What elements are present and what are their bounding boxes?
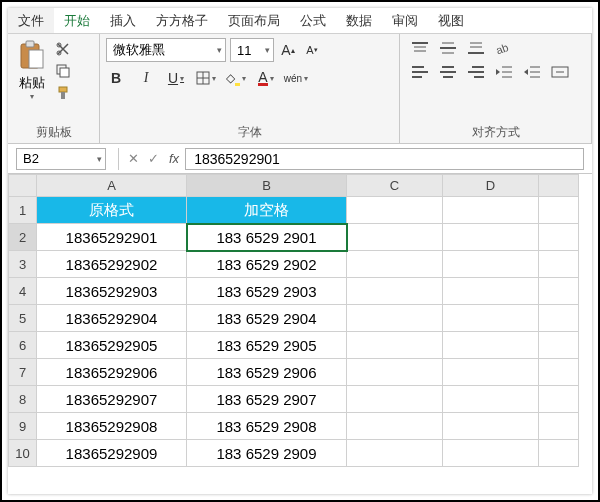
align-middle-button[interactable]	[438, 40, 458, 56]
cell[interactable]	[347, 197, 443, 224]
cell[interactable]	[539, 278, 579, 305]
formula-bar[interactable]: 18365292901	[185, 148, 584, 170]
cell[interactable]: 18365292908	[37, 413, 187, 440]
cell[interactable]	[539, 332, 579, 359]
underline-button[interactable]: U	[166, 68, 186, 88]
cell[interactable]: 18365292909	[37, 440, 187, 467]
cell[interactable]: 183 6529 2909	[187, 440, 347, 467]
cell[interactable]: 加空格	[187, 197, 347, 224]
decrease-font-button[interactable]: A▾	[302, 40, 322, 60]
row-header[interactable]: 4	[9, 278, 37, 305]
col-header-d[interactable]: D	[443, 175, 539, 197]
col-header-a[interactable]: A	[37, 175, 187, 197]
cell[interactable]: 18365292904	[37, 305, 187, 332]
align-left-button[interactable]	[410, 64, 430, 80]
cell[interactable]: 183 6529 2905	[187, 332, 347, 359]
tab-home[interactable]: 开始	[54, 8, 100, 33]
tab-file[interactable]: 文件	[8, 8, 54, 33]
border-button[interactable]	[196, 68, 216, 88]
cell[interactable]	[347, 305, 443, 332]
tab-ffgz[interactable]: 方方格子	[146, 8, 218, 33]
cell[interactable]	[539, 224, 579, 251]
cell[interactable]: 183 6529 2904	[187, 305, 347, 332]
tab-review[interactable]: 审阅	[382, 8, 428, 33]
cell[interactable]	[443, 224, 539, 251]
cell[interactable]: 183 6529 2903	[187, 278, 347, 305]
cell[interactable]: 183 6529 2907	[187, 386, 347, 413]
cell[interactable]	[443, 305, 539, 332]
cell[interactable]	[347, 440, 443, 467]
tab-pagelayout[interactable]: 页面布局	[218, 8, 290, 33]
worksheet-grid[interactable]: A B C D 1 原格式 加空格 2 18365292901 183 6529…	[8, 174, 592, 494]
cell[interactable]: 18365292902	[37, 251, 187, 278]
font-size-select[interactable]: 11 ▾	[230, 38, 274, 62]
merge-button[interactable]	[550, 64, 570, 80]
enter-fx-button[interactable]: ✓	[143, 151, 163, 166]
select-all-corner[interactable]	[9, 175, 37, 197]
cell[interactable]: 18365292905	[37, 332, 187, 359]
row-header[interactable]: 8	[9, 386, 37, 413]
align-right-button[interactable]	[466, 64, 486, 80]
cell[interactable]	[347, 224, 443, 251]
cell[interactable]	[347, 251, 443, 278]
cell[interactable]: 183 6529 2906	[187, 359, 347, 386]
phonetic-button[interactable]: wén	[286, 68, 306, 88]
cell[interactable]	[539, 197, 579, 224]
font-color-button[interactable]: A	[256, 68, 276, 88]
cell[interactable]	[443, 197, 539, 224]
row-header[interactable]: 9	[9, 413, 37, 440]
col-header-e[interactable]	[539, 175, 579, 197]
cell[interactable]	[539, 413, 579, 440]
align-top-button[interactable]	[410, 40, 430, 56]
cell-active[interactable]: 183 6529 2901	[187, 224, 347, 251]
cell[interactable]	[347, 278, 443, 305]
row-header[interactable]: 10	[9, 440, 37, 467]
cell[interactable]	[539, 251, 579, 278]
tab-view[interactable]: 视图	[428, 8, 474, 33]
row-header[interactable]: 3	[9, 251, 37, 278]
copy-button[interactable]	[54, 62, 72, 80]
name-box[interactable]: B2 ▾	[16, 148, 106, 170]
cell[interactable]: 18365292906	[37, 359, 187, 386]
cell[interactable]	[443, 413, 539, 440]
cell[interactable]	[347, 332, 443, 359]
cell[interactable]: 183 6529 2908	[187, 413, 347, 440]
row-header[interactable]: 5	[9, 305, 37, 332]
row-header[interactable]: 1	[9, 197, 37, 224]
tab-formulas[interactable]: 公式	[290, 8, 336, 33]
cell[interactable]	[539, 440, 579, 467]
row-header[interactable]: 7	[9, 359, 37, 386]
cell[interactable]	[347, 413, 443, 440]
cell[interactable]	[443, 251, 539, 278]
align-bottom-button[interactable]	[466, 40, 486, 56]
row-header[interactable]: 2	[9, 224, 37, 251]
cell[interactable]	[539, 305, 579, 332]
cut-button[interactable]	[54, 40, 72, 58]
decrease-indent-button[interactable]	[494, 64, 514, 80]
increase-indent-button[interactable]	[522, 64, 542, 80]
paste-button[interactable]: 粘贴 ▾	[14, 38, 50, 103]
cancel-fx-button[interactable]: ✕	[123, 151, 143, 166]
bold-button[interactable]: B	[106, 68, 126, 88]
cell[interactable]	[443, 332, 539, 359]
cell[interactable]: 18365292901	[37, 224, 187, 251]
cell[interactable]: 18365292907	[37, 386, 187, 413]
cell[interactable]	[443, 359, 539, 386]
cell[interactable]	[347, 359, 443, 386]
tab-data[interactable]: 数据	[336, 8, 382, 33]
italic-button[interactable]: I	[136, 68, 156, 88]
cell[interactable]	[347, 386, 443, 413]
cell[interactable]	[539, 386, 579, 413]
tab-insert[interactable]: 插入	[100, 8, 146, 33]
increase-font-button[interactable]: A▴	[278, 40, 298, 60]
fx-icon[interactable]: fx	[163, 151, 185, 166]
cell[interactable]	[539, 359, 579, 386]
col-header-b[interactable]: B	[187, 175, 347, 197]
cell[interactable]: 18365292903	[37, 278, 187, 305]
row-header[interactable]: 6	[9, 332, 37, 359]
cell[interactable]: 原格式	[37, 197, 187, 224]
cell[interactable]	[443, 278, 539, 305]
col-header-c[interactable]: C	[347, 175, 443, 197]
font-name-select[interactable]: 微软雅黑 ▾	[106, 38, 226, 62]
align-center-button[interactable]	[438, 64, 458, 80]
